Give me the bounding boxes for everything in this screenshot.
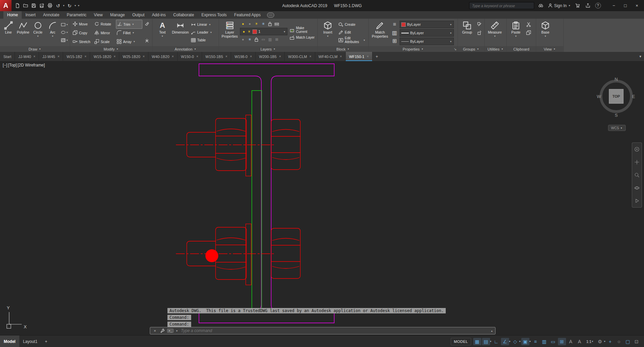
file-tab[interactable]: W25-1B20× [119, 52, 148, 61]
text-button[interactable]: A Text ▾ [154, 20, 170, 46]
properties-dialog-launcher[interactable]: ↘ [454, 47, 457, 51]
layer-freeze-icon[interactable]: ✳ [260, 21, 266, 26]
insert-button[interactable]: Insert ▾ [319, 20, 336, 46]
sign-in-dropdown[interactable]: ▾ [568, 4, 571, 7]
minimize-button[interactable]: − [608, 0, 620, 11]
layer-lock-icon[interactable] [267, 21, 273, 26]
layer-select-dropdown[interactable]: ● ☀ 1 ▾ [240, 28, 287, 35]
viewcube[interactable]: N W E S TOP [596, 75, 637, 121]
edit-block-button[interactable]: Edit [338, 29, 366, 36]
snap-dropdown[interactable]: ▾ [490, 340, 491, 343]
group-button[interactable]: Group [460, 20, 475, 46]
measure-dropdown[interactable]: ▾ [494, 35, 496, 38]
file-tab[interactable]: WF40-CLM× [315, 52, 346, 61]
ribbon-tab-output[interactable]: Output [128, 11, 148, 19]
isolate-objects-button[interactable]: ○ [615, 338, 623, 345]
table-button[interactable]: Table [190, 37, 217, 43]
file-tab[interactable]: W40-1B20× [148, 52, 178, 61]
bolt-nut[interactable] [271, 119, 300, 170]
isodraft-dropdown[interactable]: ▾ [519, 340, 521, 343]
ribbon-display-toggle[interactable]: ··· [267, 13, 274, 18]
layer-tool-lock-icon[interactable] [254, 37, 259, 42]
maximize-button[interactable]: □ [620, 0, 631, 11]
command-close-icon[interactable]: × [152, 328, 158, 333]
lineweight-dropdown[interactable]: ByLayer ▾ [400, 29, 454, 37]
grid-display-toggle[interactable]: ▦ [473, 338, 481, 345]
qat-customize-dropdown[interactable]: ▾ [77, 4, 80, 7]
dynamic-input-toggle[interactable]: ⊞ [558, 338, 566, 345]
model-tab[interactable]: Model [0, 335, 19, 347]
ribbon-tab-manage[interactable]: Manage [106, 11, 128, 19]
circle-button[interactable]: Circle ▾ [31, 20, 45, 46]
scale-button[interactable]: Scale [94, 37, 115, 46]
help-search-input[interactable] [471, 3, 532, 8]
tab-close-icon[interactable]: × [279, 55, 281, 58]
layers-panel-label[interactable]: Layers▾ [219, 46, 317, 52]
help-button[interactable]: ? [595, 2, 601, 9]
polyline-button[interactable]: Polyline [17, 20, 30, 46]
tab-close-icon[interactable]: × [196, 55, 198, 58]
copy-clip-icon[interactable] [525, 29, 532, 36]
base-button[interactable]: Base ▾ [538, 20, 553, 46]
clean-screen-toggle[interactable]: ⊡ [632, 338, 641, 345]
explode-button[interactable] [143, 37, 150, 44]
pan-icon[interactable] [634, 159, 640, 165]
stiffener-plate-green[interactable] [252, 91, 262, 308]
undo-button[interactable]: ↺ [54, 2, 62, 9]
ribbon-tab-featured-apps[interactable]: Featured Apps [230, 11, 264, 19]
tab-close-icon[interactable]: × [114, 55, 116, 58]
model-space-toggle[interactable]: MODEL [451, 338, 471, 345]
array-dropdown[interactable]: ▾ [133, 40, 136, 43]
redo-button[interactable]: ↻ [66, 2, 73, 9]
object-snap-toggle[interactable]: ▣ [521, 338, 529, 345]
tab-close-icon[interactable]: × [84, 55, 86, 58]
tab-close-icon[interactable]: × [225, 55, 227, 58]
viewcube-east[interactable]: E [632, 94, 635, 99]
block-panel-label[interactable]: Block▾ [318, 46, 368, 52]
layer-tool-settings-icon[interactable]: ⊞ [274, 37, 280, 42]
viewcube-south[interactable]: S [615, 113, 618, 118]
trim-dropdown[interactable]: ▾ [132, 23, 135, 26]
layer-tool-copy-icon[interactable]: ▥ [267, 37, 273, 42]
match-layer-button[interactable]: Match Layer [289, 34, 316, 41]
tab-close-icon[interactable]: × [367, 55, 369, 58]
layer-tool-walk-icon[interactable]: ▭ [260, 37, 266, 42]
file-tab[interactable]: W150-1B5× [202, 52, 231, 61]
array-button[interactable]: Array▾ [116, 37, 142, 46]
lineweight-toggle[interactable]: ≡ [531, 338, 540, 345]
sign-in-button[interactable]: Sign In ▾ [548, 3, 571, 8]
tab-close-icon[interactable]: × [143, 55, 145, 58]
circle-dropdown[interactable]: ▾ [37, 35, 39, 38]
layer-properties-button[interactable]: Layer Properties [221, 20, 239, 46]
properties-transparency-icon[interactable]: ▥ [391, 29, 398, 36]
trim-button[interactable]: Trim▾ [116, 20, 142, 29]
view-panel-label[interactable]: View▾ [536, 46, 563, 52]
ellipse-button[interactable]: ▾ [61, 29, 68, 36]
tab-close-icon[interactable]: × [340, 55, 342, 58]
file-tab[interactable]: W198-0× [231, 52, 256, 61]
bolt-head[interactable] [216, 118, 246, 171]
measure-button[interactable]: Measure ▾ [486, 20, 503, 46]
file-tab-start[interactable]: Start [0, 52, 15, 61]
snap-mode-toggle[interactable]: ▤ [482, 338, 490, 345]
paste-dropdown[interactable]: ▾ [515, 35, 517, 38]
open-drawing-button[interactable] [22, 2, 29, 9]
draw-panel-label[interactable]: Draw▾ [0, 46, 70, 52]
file-tab[interactable]: W200-1B5× [256, 52, 285, 61]
create-block-button[interactable]: Create [338, 21, 366, 28]
ungroup-icon[interactable] [476, 21, 483, 28]
move-button[interactable]: Move [72, 20, 93, 28]
command-customize-icon[interactable] [160, 328, 165, 333]
text-dropdown[interactable]: ▾ [161, 35, 164, 38]
ribbon-tab-annotate[interactable]: Annotate [39, 11, 63, 19]
viewport-menu-control[interactable]: [−] [3, 63, 7, 68]
autocad-app-menu-button[interactable]: A [0, 0, 12, 11]
workspace-switching-button[interactable]: ⚙ [596, 338, 604, 345]
utilities-panel-label[interactable]: Utilities▾ [485, 46, 506, 52]
copy-button[interactable]: Copy [72, 28, 93, 37]
tab-close-icon[interactable]: × [58, 55, 60, 58]
tab-close-icon[interactable]: × [34, 55, 36, 58]
file-tab[interactable]: W15-1B2× [63, 52, 90, 61]
base-dropdown[interactable]: ▾ [544, 35, 547, 38]
share-button[interactable] [584, 2, 591, 9]
